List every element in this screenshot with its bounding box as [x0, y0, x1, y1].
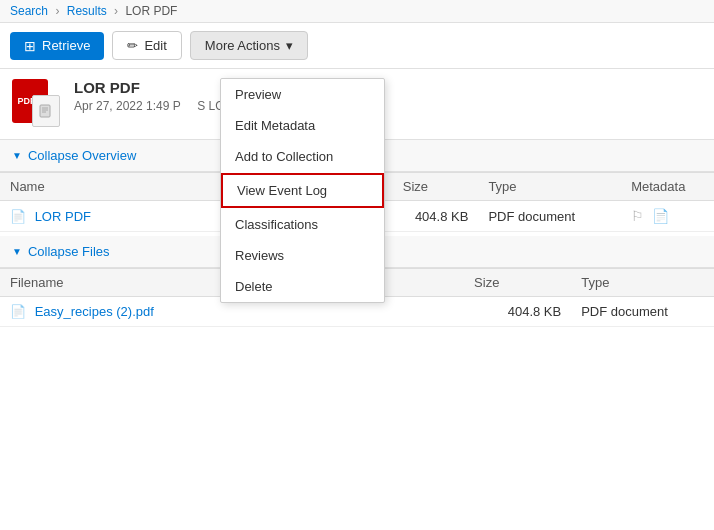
table-cell-size: 404.8 KB [393, 201, 479, 232]
tag-icon: ⚐ [631, 208, 644, 224]
breadcrumb: Search › Results › LOR PDF [0, 0, 714, 23]
doc-info: LOR PDF Apr 27, 2022 1:49 P S LOR [74, 79, 702, 113]
files-arrow-icon: ▼ [12, 246, 22, 257]
breadcrumb-results-link[interactable]: Results [67, 4, 107, 18]
retrieve-icon: ⊞ [24, 38, 36, 54]
toolbar: ⊞ Retrieve ✏ Edit More Actions ▾ [0, 23, 714, 69]
file-cell-type: PDF document [571, 297, 714, 327]
overview-label: Collapse Overview [28, 148, 136, 163]
file-cell-size: 404.8 KB [464, 297, 571, 327]
pdf-overlay-icon [32, 95, 60, 127]
breadcrumb-search-link[interactable]: Search [10, 4, 48, 18]
doc-title: LOR PDF [74, 79, 702, 96]
dropdown-item-view-event-log[interactable]: View Event Log [221, 173, 384, 208]
more-actions-button[interactable]: More Actions ▾ [190, 31, 308, 60]
dropdown-item-edit-metadata[interactable]: Edit Metadata [221, 110, 384, 141]
breadcrumb-sep1: › [55, 4, 59, 18]
dropdown-item-preview[interactable]: Preview [221, 79, 384, 110]
file-icon: 📄 [10, 304, 26, 319]
doc-file-icon: 📄 [10, 209, 26, 224]
file-name-link[interactable]: Easy_recipes (2).pdf [35, 304, 154, 319]
th-metadata: Metadata [621, 173, 714, 201]
edit-label: Edit [144, 38, 166, 53]
metadata-icon: 📄 [652, 208, 669, 224]
dropdown-item-classifications[interactable]: Classifications [221, 209, 384, 240]
svg-rect-0 [40, 105, 50, 117]
doc-meta: Apr 27, 2022 1:49 P S LOR [74, 99, 702, 113]
more-actions-label: More Actions [205, 38, 280, 53]
breadcrumb-sep2: › [114, 4, 118, 18]
overview-arrow-icon: ▼ [12, 150, 22, 161]
th-file-size: Size [464, 269, 571, 297]
doc-name-link[interactable]: LOR PDF [35, 209, 91, 224]
breadcrumb-current: LOR PDF [125, 4, 177, 18]
dropdown-item-reviews[interactable]: Reviews [221, 240, 384, 271]
dropdown-item-add-to-collection[interactable]: Add to Collection [221, 141, 384, 172]
th-type: Type [478, 173, 621, 201]
dropdown-menu: Preview Edit Metadata Add to Collection … [220, 78, 385, 303]
dropdown-item-delete[interactable]: Delete [221, 271, 384, 302]
chevron-down-icon: ▾ [286, 38, 293, 53]
retrieve-label: Retrieve [42, 38, 90, 53]
th-size: Size [393, 173, 479, 201]
files-label: Collapse Files [28, 244, 110, 259]
table-cell-type: PDF document [478, 201, 621, 232]
pencil-icon: ✏ [127, 38, 138, 53]
doc-icon-wrap: PDF↓ [12, 79, 62, 129]
th-file-type: Type [571, 269, 714, 297]
retrieve-button[interactable]: ⊞ Retrieve [10, 32, 104, 60]
edit-button[interactable]: ✏ Edit [112, 31, 181, 60]
table-cell-metadata: ⚐ 📄 [621, 201, 714, 232]
